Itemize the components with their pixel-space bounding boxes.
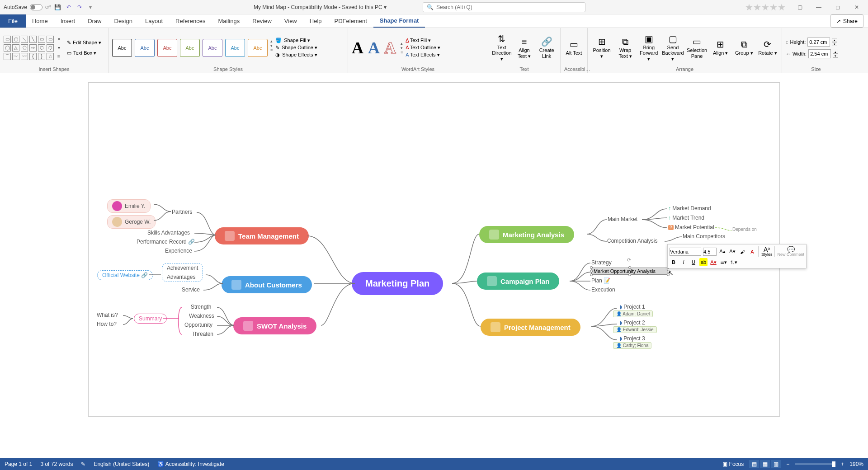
leaf[interactable]: ? Market Potential [668, 224, 714, 230]
group-button[interactable]: ⧉Group ▾ [734, 39, 755, 56]
autosave-toggle[interactable]: AutoSave Off [4, 4, 51, 10]
height-spinner[interactable]: ▴▾ [832, 38, 837, 46]
tab-layout[interactable]: Layout [139, 14, 169, 28]
style-swatch[interactable]: Abc [112, 39, 132, 57]
font-color-icon[interactable]: A [748, 248, 756, 256]
leaf[interactable]: Opportunity [184, 322, 212, 328]
align-text-button[interactable]: ≡Align Text ▾ [514, 37, 534, 58]
mini-font-input[interactable] [670, 248, 701, 256]
leaf[interactable]: ◗ Project 2 [619, 320, 645, 326]
tab-view[interactable]: View [278, 14, 303, 28]
highlight-icon[interactable]: ab [699, 258, 708, 266]
leaf-summary[interactable]: Summary [134, 314, 167, 324]
leaf[interactable]: Execution [591, 287, 615, 293]
leaf[interactable]: What is? [97, 312, 118, 318]
rotate-handle-icon[interactable]: ⟳ [627, 257, 631, 263]
leaf[interactable]: Main Competitors [683, 233, 725, 240]
status-language[interactable]: English (United States) [94, 461, 149, 467]
redo-icon[interactable]: ↷ [76, 4, 83, 11]
ribbon-display-icon[interactable]: ▢ [791, 1, 808, 13]
rotate-button[interactable]: ⟳Rotate ▾ [757, 39, 778, 56]
leaf[interactable]: Experience [165, 248, 192, 254]
leaf[interactable]: Weakness [189, 313, 214, 319]
leaf-people[interactable]: 👤 Cathy; Fiona [613, 342, 651, 349]
leaf-website[interactable]: Official Website 🔗 [97, 270, 153, 280]
web-layout-icon[interactable]: ▥ [771, 460, 781, 468]
undo-icon[interactable]: ↶ [65, 4, 72, 11]
search-box[interactable]: 🔍 [423, 2, 585, 12]
shape-styles-gallery[interactable]: Abc Abc Abc Abc Abc Abc Abc ▴▾≡ [112, 39, 273, 57]
leaf[interactable]: ↑ Market Trend [668, 215, 704, 221]
status-page[interactable]: Page 1 of 1 [5, 461, 32, 467]
underline-icon[interactable]: U [689, 258, 698, 266]
text-fill-button[interactable]: A Text Fill ▾ [406, 38, 440, 43]
style-swatch[interactable]: Abc [157, 39, 177, 57]
search-input[interactable] [436, 4, 581, 10]
tab-design[interactable]: Design [108, 14, 139, 28]
leaf[interactable]: Strategy [591, 259, 612, 266]
width-spinner[interactable]: ▴▾ [833, 50, 838, 58]
selection-handle[interactable] [590, 273, 593, 276]
share-button[interactable]: ↗Share [830, 14, 863, 28]
italic-icon[interactable]: I [679, 258, 688, 266]
height-input[interactable] [807, 38, 830, 47]
selected-text[interactable]: Market Opportunity Analysis [594, 268, 656, 274]
document-title[interactable]: My Mind Map - Compatibility Mode - Saved… [254, 4, 387, 10]
tab-draw[interactable]: Draw [81, 14, 108, 28]
position-button[interactable]: ⊞Position ▾ [591, 37, 612, 58]
zoom-slider[interactable] [795, 463, 835, 465]
format-painter-icon[interactable]: 🖌 [738, 248, 746, 256]
close-icon[interactable]: ✕ [848, 1, 865, 13]
node-team[interactable]: Team Management [215, 227, 309, 244]
node-project[interactable]: Project Management [481, 319, 580, 336]
width-input[interactable] [808, 49, 831, 58]
leaf[interactable]: How to? [97, 321, 117, 327]
leaf[interactable]: ◗ Project 1 [619, 304, 645, 310]
leaf[interactable]: ↑ Market Demand [668, 205, 711, 212]
wordart-gallery[interactable]: A A A ▴▾≡ [352, 38, 403, 57]
create-link-button[interactable]: 🔗Create Link [537, 37, 557, 58]
leaf[interactable]: Skills Advantages [147, 230, 190, 236]
selection-handle[interactable] [590, 270, 593, 273]
style-swatch[interactable]: Abc [135, 39, 155, 57]
node-campaign[interactable]: Campaign Plan [477, 273, 559, 290]
edit-shape-button[interactable]: ✎Edit Shape ▾ [65, 39, 103, 47]
font-color-icon[interactable]: A▾ [709, 258, 717, 266]
zoom-out-icon[interactable]: − [786, 461, 789, 467]
selection-handle[interactable] [628, 266, 631, 269]
leaf-partner[interactable]: Emilie Y. [107, 199, 151, 213]
node-customers[interactable]: About Customers [222, 276, 312, 293]
tab-review[interactable]: Review [246, 14, 278, 28]
text-box-button[interactable]: ▭Text Box ▾ [65, 49, 103, 57]
bold-icon[interactable]: B [670, 258, 678, 266]
tab-insert[interactable]: Insert [54, 14, 82, 28]
numbering-icon[interactable]: ⒈▾ [729, 258, 737, 266]
mini-size-input[interactable] [703, 248, 717, 256]
leaf[interactable]: Performance Record 🔗 [137, 239, 195, 245]
styles-icon[interactable]: Aᵃ [764, 246, 770, 253]
text-direction-button[interactable]: ⇅Text Direction ▾ [492, 34, 512, 61]
style-swatch[interactable]: Abc [225, 39, 245, 57]
shapes-gallery[interactable]: ▭▢＼╲▭▭▾ ◯△⬠⇨⬡⬡▾ ⌒〰〰{}☆≡ [4, 36, 62, 60]
wrap-text-button[interactable]: ⧉Wrap Text ▾ [615, 37, 636, 58]
leaf-people[interactable]: 👤 Adam; Daniel [613, 310, 653, 317]
node-swot[interactable]: SWOT Analysis [233, 317, 316, 334]
status-accessibility[interactable]: ♿ Accessibility: Investigate [157, 461, 224, 467]
tab-pdfelement[interactable]: PDFelement [328, 14, 373, 28]
maximize-icon[interactable]: ◻ [829, 1, 846, 13]
leaf[interactable]: Main Market [608, 216, 637, 222]
text-outline-button[interactable]: A Text Outline ▾ [406, 45, 440, 51]
leaf-people[interactable]: 👤 Edward; Jessie [613, 326, 657, 333]
selection-handle[interactable] [628, 273, 631, 276]
tab-mailings[interactable]: Mailings [212, 14, 246, 28]
leaf[interactable]: Competition Analysis [607, 238, 657, 244]
shape-outline-button[interactable]: ✎Shape Outline ▾ [275, 45, 317, 51]
style-swatch[interactable]: Abc [203, 39, 222, 57]
node-center[interactable]: Marketing Plan [352, 272, 443, 295]
zoom-in-icon[interactable]: + [841, 461, 844, 467]
leaf[interactable]: Strength [191, 304, 211, 310]
tab-shape-format[interactable]: Shape Format [373, 14, 425, 28]
leaf[interactable]: Threaten [192, 331, 213, 337]
tab-home[interactable]: Home [26, 14, 54, 28]
style-swatch[interactable]: Abc [248, 39, 268, 57]
